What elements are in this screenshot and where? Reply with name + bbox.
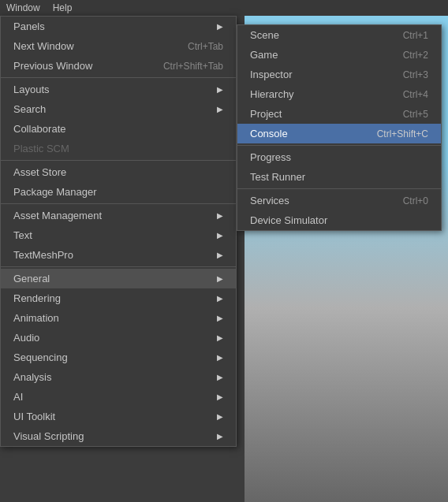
submenu-separator-2 xyxy=(237,188,441,189)
arrow-icon: ▶ xyxy=(217,412,223,421)
submenu-item-hierarchy-label: Hierarchy xyxy=(250,88,294,100)
menu-item-prev-window-shortcut: Ctrl+Shift+Tab xyxy=(163,61,223,72)
menu-item-asset-management-label: Asset Management xyxy=(13,210,102,221)
submenu-item-test-runner[interactable]: Test Runner xyxy=(237,167,441,187)
menu-item-text-label: Text xyxy=(13,229,32,241)
menu-item-ai-label: AI xyxy=(13,391,23,403)
submenu-item-services-label: Services xyxy=(250,195,289,206)
submenu-item-inspector[interactable]: Inspector Ctrl+3 xyxy=(237,65,441,84)
arrow-icon: ▶ xyxy=(217,432,223,441)
menu-item-animation-label: Animation xyxy=(13,312,59,324)
menu-item-panels[interactable]: Panels ▶ xyxy=(1,17,236,36)
submenu-item-console[interactable]: Console Ctrl+Shift+C xyxy=(237,124,441,143)
submenu-item-scene[interactable]: Scene Ctrl+1 xyxy=(237,25,441,45)
arrow-icon: ▶ xyxy=(217,294,223,303)
menu-item-text[interactable]: Text ▶ xyxy=(1,225,236,245)
submenu-item-project[interactable]: Project Ctrl+5 xyxy=(237,104,441,124)
separator-2 xyxy=(1,160,236,161)
menu-item-general[interactable]: General ▶ Scene Ctrl+1 Game Ctrl+2 Inspe… xyxy=(1,269,236,288)
separator-1 xyxy=(1,77,236,78)
menu-item-prev-window[interactable]: Previous Window Ctrl+Shift+Tab xyxy=(1,56,236,76)
submenu-item-services-shortcut: Ctrl+0 xyxy=(403,195,428,206)
menu-item-analysis-label: Analysis xyxy=(13,371,51,383)
top-menu-bar: Window Help xyxy=(0,0,448,16)
menu-item-plastic-scm-label: Plastic SCM xyxy=(13,143,69,154)
submenu-item-device-simulator-label: Device Simulator xyxy=(250,214,327,226)
arrow-icon: ▶ xyxy=(217,274,223,283)
menu-item-package-manager[interactable]: Package Manager xyxy=(1,182,236,202)
submenu-item-services[interactable]: Services Ctrl+0 xyxy=(237,191,441,210)
separator-4 xyxy=(1,266,236,267)
submenu-item-test-runner-label: Test Runner xyxy=(250,171,305,183)
arrow-icon: ▶ xyxy=(217,251,223,259)
menu-item-general-label: General xyxy=(13,273,50,284)
submenu-item-inspector-shortcut: Ctrl+3 xyxy=(403,69,428,80)
menu-item-layouts[interactable]: Layouts ▶ xyxy=(1,80,236,99)
separator-3 xyxy=(1,203,236,204)
menu-item-plastic-scm: Plastic SCM xyxy=(1,139,236,158)
arrow-icon: ▶ xyxy=(217,392,223,401)
menu-item-textmeshpro[interactable]: TextMeshPro ▶ xyxy=(1,245,236,265)
submenu-item-scene-label: Scene xyxy=(250,29,279,41)
window-menu[interactable]: Window xyxy=(0,1,47,15)
general-submenu: Scene Ctrl+1 Game Ctrl+2 Inspector Ctrl+… xyxy=(237,24,442,231)
menu-item-ui-toolkit[interactable]: UI Toolkit ▶ xyxy=(1,407,236,426)
submenu-item-game-shortcut: Ctrl+2 xyxy=(403,50,428,61)
menu-item-next-window-shortcut: Ctrl+Tab xyxy=(188,41,223,52)
menu-item-sequencing-label: Sequencing xyxy=(13,351,68,363)
menu-item-search[interactable]: Search ▶ xyxy=(1,99,236,119)
arrow-icon: ▶ xyxy=(217,231,223,240)
submenu-item-progress-label: Progress xyxy=(250,151,291,163)
menu-item-audio-label: Audio xyxy=(13,332,39,344)
arrow-icon: ▶ xyxy=(217,85,223,94)
arrow-icon: ▶ xyxy=(217,333,223,342)
arrow-icon: ▶ xyxy=(217,105,223,113)
arrow-icon: ▶ xyxy=(217,211,223,220)
menu-item-package-manager-label: Package Manager xyxy=(13,186,97,198)
arrow-icon: ▶ xyxy=(217,373,223,381)
menu-item-rendering[interactable]: Rendering ▶ xyxy=(1,288,236,308)
submenu-item-scene-shortcut: Ctrl+1 xyxy=(403,30,428,41)
submenu-item-progress[interactable]: Progress xyxy=(237,147,441,167)
menu-item-textmeshpro-label: TextMeshPro xyxy=(13,249,73,261)
menu-item-collaborate-label: Collaborate xyxy=(13,123,66,135)
submenu-item-game[interactable]: Game Ctrl+2 xyxy=(237,45,441,65)
submenu-item-inspector-label: Inspector xyxy=(250,69,292,80)
menu-item-prev-window-label: Previous Window xyxy=(13,60,92,72)
menu-item-ui-toolkit-label: UI Toolkit xyxy=(13,411,55,422)
window-dropdown-menu: Panels ▶ Next Window Ctrl+Tab Previous W… xyxy=(0,16,237,447)
menu-item-asset-management[interactable]: Asset Management ▶ xyxy=(1,206,236,225)
menu-item-visual-scripting[interactable]: Visual Scripting ▶ xyxy=(1,426,236,446)
menu-item-rendering-label: Rendering xyxy=(13,292,61,304)
menu-item-ai[interactable]: AI ▶ xyxy=(1,387,236,407)
arrow-icon: ▶ xyxy=(217,353,223,362)
submenu-item-device-simulator[interactable]: Device Simulator xyxy=(237,210,441,230)
menu-item-search-label: Search xyxy=(13,103,46,115)
menu-item-analysis[interactable]: Analysis ▶ xyxy=(1,367,236,387)
menu-item-layouts-label: Layouts xyxy=(13,84,50,95)
menu-item-asset-store[interactable]: Asset Store xyxy=(1,162,236,182)
menu-item-visual-scripting-label: Visual Scripting xyxy=(13,430,84,442)
menu-item-next-window[interactable]: Next Window Ctrl+Tab xyxy=(1,36,236,56)
submenu-item-project-label: Project xyxy=(250,108,282,120)
menu-item-audio[interactable]: Audio ▶ xyxy=(1,328,236,348)
help-menu[interactable]: Help xyxy=(47,1,79,15)
arrow-icon: ▶ xyxy=(217,22,223,31)
menu-item-animation[interactable]: Animation ▶ xyxy=(1,308,236,328)
arrow-icon: ▶ xyxy=(217,314,223,322)
menu-item-panels-label: Panels xyxy=(13,20,45,32)
submenu-separator-1 xyxy=(237,145,441,146)
menu-item-asset-store-label: Asset Store xyxy=(13,166,66,178)
submenu-item-project-shortcut: Ctrl+5 xyxy=(403,109,428,120)
submenu-item-hierarchy-shortcut: Ctrl+4 xyxy=(403,89,428,100)
submenu-item-hierarchy[interactable]: Hierarchy Ctrl+4 xyxy=(237,84,441,104)
menu-item-next-window-label: Next Window xyxy=(13,40,74,52)
menu-item-collaborate[interactable]: Collaborate xyxy=(1,119,236,139)
submenu-item-game-label: Game xyxy=(250,49,278,61)
menu-item-sequencing[interactable]: Sequencing ▶ xyxy=(1,348,236,367)
submenu-item-console-shortcut: Ctrl+Shift+C xyxy=(377,128,428,139)
submenu-item-console-label: Console xyxy=(250,128,288,139)
